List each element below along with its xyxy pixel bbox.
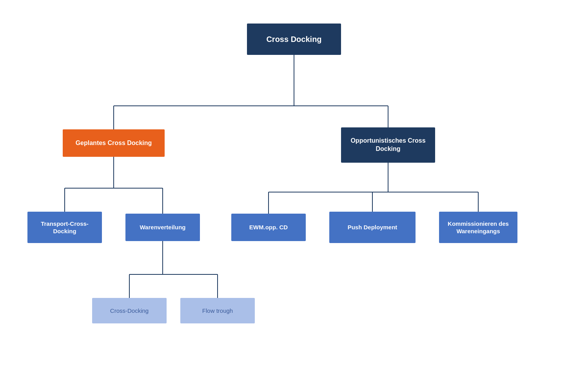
ewm-label: EWM.opp. CD	[249, 223, 288, 231]
opportunistisches-label: Opportunistisches Cross Docking	[347, 137, 430, 153]
crossdocking-sub-label: Cross-Docking	[110, 307, 149, 315]
flowtrough-node: Flow trough	[180, 298, 255, 323]
transport-node: Transport-Cross-Docking	[27, 212, 102, 243]
warenverteilung-node: Warenverteilung	[125, 214, 200, 241]
ewm-node: EWM.opp. CD	[231, 214, 306, 241]
connectors-svg	[0, 0, 588, 392]
crossdocking-sub-node: Cross-Docking	[92, 298, 167, 323]
geplantes-node: Geplantes Cross Docking	[63, 129, 165, 157]
transport-label: Transport-Cross-Docking	[33, 220, 96, 235]
flowtrough-label: Flow trough	[202, 307, 233, 315]
root-label: Cross Docking	[266, 34, 321, 44]
push-label: Push Deployment	[348, 223, 397, 231]
root-node: Cross Docking	[247, 24, 341, 55]
warenverteilung-label: Warenverteilung	[140, 223, 186, 231]
diagram-container: Cross Docking Geplantes Cross Docking Op…	[0, 0, 588, 392]
opportunistisches-node: Opportunistisches Cross Docking	[341, 127, 435, 163]
kommissionieren-label: Kommissionieren des Wareneingangs	[445, 220, 512, 235]
geplantes-label: Geplantes Cross Docking	[76, 139, 152, 147]
kommissionieren-node: Kommissionieren des Wareneingangs	[439, 212, 517, 243]
push-node: Push Deployment	[329, 212, 416, 243]
